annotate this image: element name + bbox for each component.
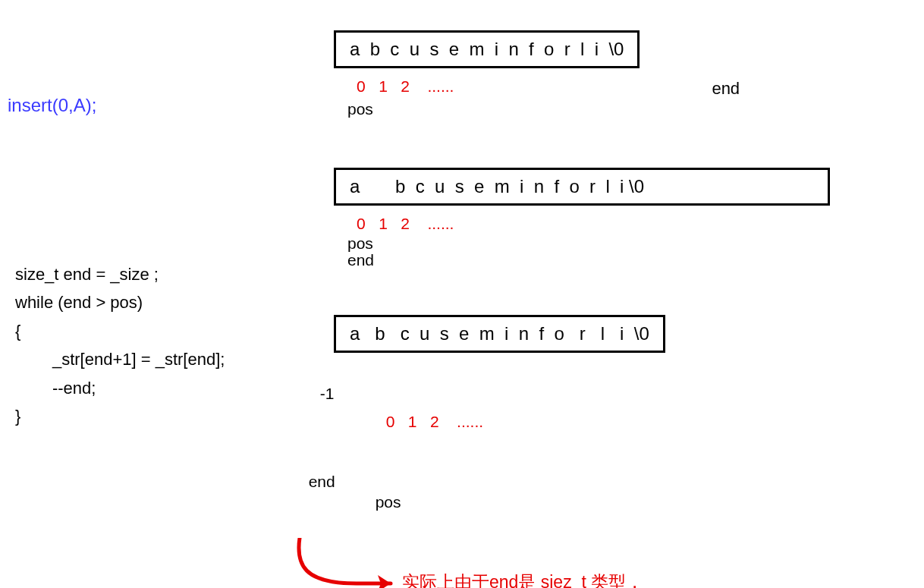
indices-2: 0 1 2 ......: [334, 215, 903, 233]
array-diagram-3: a b c u s e m i n f o r l i \0 -1 0 1 2 …: [334, 307, 903, 588]
annotation-arrow: 实际上由于end是 siez_t 类型， 其真实值是 ffff (十六进制): [281, 538, 903, 588]
array-diagram-1: a b c u s e m i n f o r l i \0 0 1 2 ...…: [334, 23, 903, 118]
array-box-2: a b c u s e m i n f o r l i \0: [334, 168, 830, 206]
pos-label-3: pos: [362, 493, 401, 511]
array-diagram-2: a b c u s e m i n f o r l i \0 0 1 2 ...…: [334, 160, 903, 269]
code-block: size_t end = _size ; while (end > pos) {…: [15, 260, 334, 430]
indices-1: 0 1 2 ......: [334, 77, 454, 99]
end-label-3: end: [309, 473, 335, 491]
array-box-3: a b c u s e m i n f o r l i \0: [334, 315, 665, 353]
end-label-1: end: [712, 79, 740, 99]
indices-3: 0 1 2 ......: [362, 413, 483, 431]
array-box-1: a b c u s e m i n f o r l i \0: [334, 30, 640, 68]
end-label-2: end: [334, 251, 903, 269]
pos-label-1: pos: [334, 100, 903, 118]
pos-label-2: pos: [334, 234, 903, 253]
neg1-label: -1: [320, 374, 335, 403]
annotation-line-1: 实际上由于end是 siez_t 类型，: [402, 568, 643, 588]
function-call: insert(0,A);: [8, 95, 334, 116]
